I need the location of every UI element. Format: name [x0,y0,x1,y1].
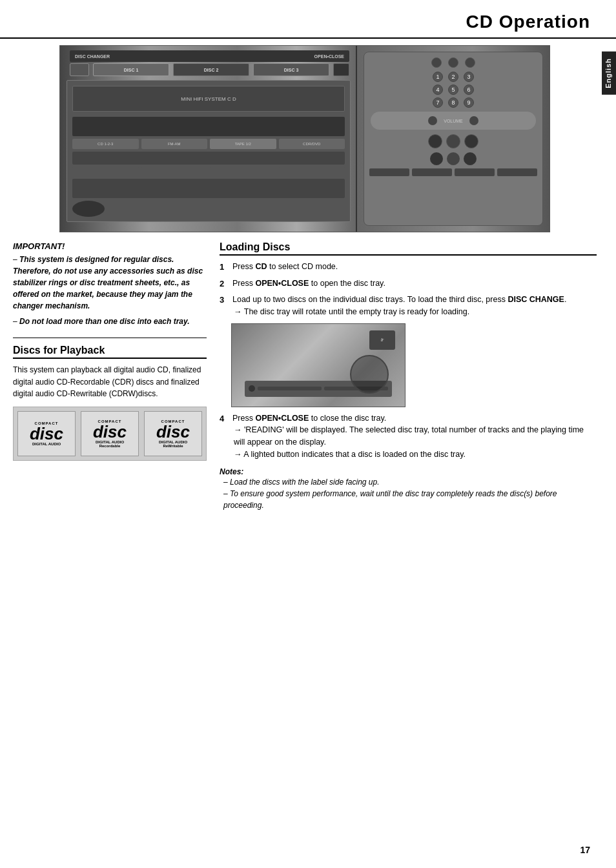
device-image-inner: DISC CHANGER OPEN•CLOSE DISC 1 DISC 2 DI… [60,46,549,232]
discs-for-playback-section: Discs for Playback This system can playb… [13,345,207,461]
disc-logo-2: disc [93,423,127,440]
language-tab: English [602,52,616,95]
step-2-number: 2 [220,278,229,290]
disc-types-row: COMPACT disc DIGITAL AUDIO COMPACT disc … [13,407,207,461]
cd-tray-image: lr [231,323,406,407]
page-title: CD Operation [13,12,590,32]
note-item-1: Load the discs with the label side facin… [223,476,597,488]
left-column: IMPORTANT! – This system is designed for… [13,241,207,511]
disc-type-cdr: COMPACT disc DIGITAL AUDIO Recordable [81,411,139,456]
important-text-1: – This system is designed for regular di… [13,254,207,312]
step-4-arrow-note-1: 'READING' will be displayed. The selecte… [234,424,597,449]
step-4-text: Press OPEN•CLOSE to close the disc tray.… [232,412,597,461]
step-2: 2 Press OPEN•CLOSE to open the disc tray… [220,278,597,290]
note-item-2: To ensure good system performance, wait … [223,488,597,511]
disc-type-cd: COMPACT disc DIGITAL AUDIO [17,411,76,456]
main-content: DISC CHANGER OPEN•CLOSE DISC 1 DISC 2 DI… [0,45,616,524]
discs-for-playback-body: This system can playback all digital aud… [13,364,207,400]
disc-rewritable-label: ReWritable [163,444,183,448]
device-left-panel: DISC CHANGER OPEN•CLOSE DISC 1 DISC 2 DI… [60,45,357,232]
step-4: 4 Press OPEN•CLOSE to close the disc tra… [220,412,597,461]
loading-steps-list: 1 Press CD to select CD mode. 2 Press OP… [220,261,597,318]
notes-section: Notes: Load the discs with the label sid… [220,467,597,511]
step-4-number: 4 [220,412,229,461]
disc-audio-label-1: DIGITAL AUDIO [32,442,61,446]
disc-recordable-label: Recordable [99,444,121,448]
important-title: IMPORTANT! [13,241,207,251]
page-number: 17 [580,845,590,855]
step-3: 3 Load up to two discs on the individual… [220,294,597,318]
discs-for-playback-heading: Discs for Playback [13,345,207,359]
disc-logo-3: disc [156,423,190,440]
right-column: Loading Discs 1 Press CD to select CD mo… [220,241,597,511]
important-section: IMPORTANT! – This system is designed for… [13,241,207,327]
device-image: DISC CHANGER OPEN•CLOSE DISC 1 DISC 2 DI… [59,45,550,232]
section-divider-1 [13,338,207,338]
page-header: CD Operation [0,0,616,39]
step-3-arrow-note: The disc tray will rotate until the empt… [234,306,597,318]
step-1: 1 Press CD to select CD mode. [220,261,597,274]
notes-title: Notes: [220,467,597,476]
step-3-number: 3 [220,294,229,318]
disc-logo-1: disc [30,425,63,442]
step-1-number: 1 [220,261,229,274]
loading-discs-section: Loading Discs 1 Press CD to select CD mo… [220,241,597,511]
step-2-text: Press OPEN•CLOSE to open the disc tray. [232,278,597,290]
device-right-panel: 1 2 3 4 5 6 7 8 9 [357,45,549,232]
loading-discs-heading: Loading Discs [220,241,597,256]
step-1-text: Press CD to select CD mode. [232,261,597,274]
important-text-2: – Do not load more than one disc into ea… [13,316,207,327]
two-column-layout: IMPORTANT! – This system is designed for… [13,241,597,511]
step-3-text: Load up to two discs on the individual d… [232,294,597,318]
step-4-arrow-note-2: A lighted button indicates that a disc i… [234,449,597,461]
disc-type-cdrw: COMPACT disc DIGITAL AUDIO ReWritable [144,411,202,456]
